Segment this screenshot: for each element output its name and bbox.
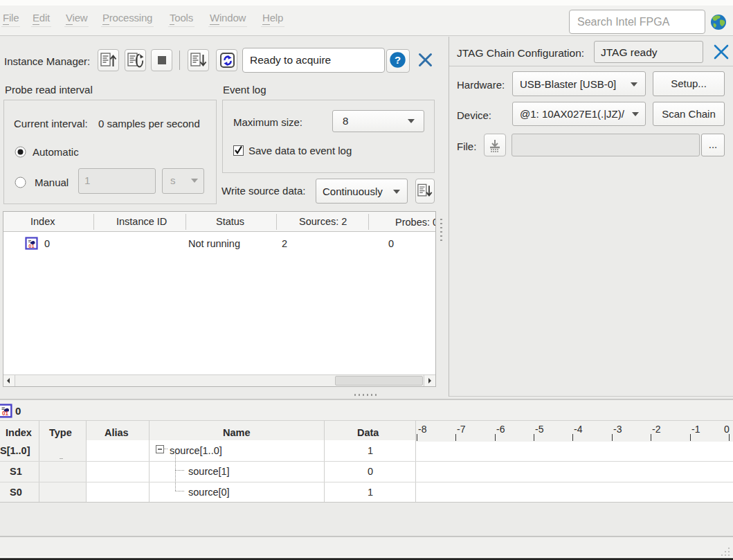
svg-text:01: 01 (2, 410, 9, 417)
svg-text:01: 01 (28, 243, 34, 249)
svg-text:?: ? (395, 54, 401, 66)
